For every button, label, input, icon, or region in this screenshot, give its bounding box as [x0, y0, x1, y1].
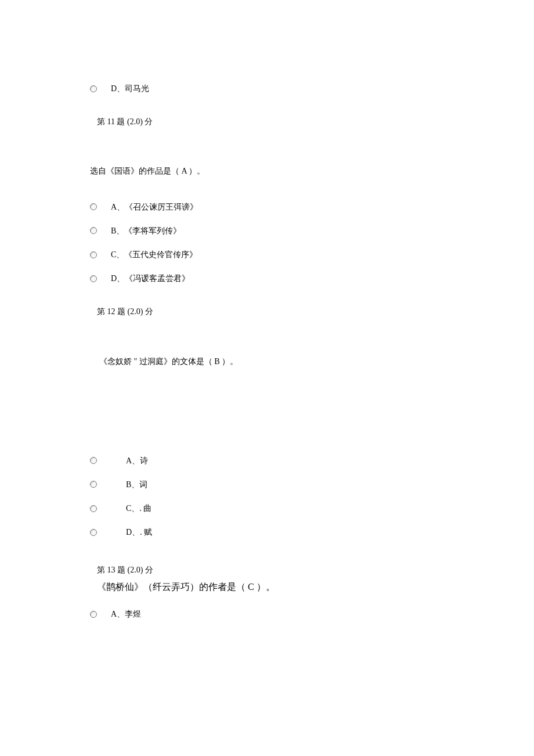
q13-header: 第 13 题 (2.0) 分: [97, 563, 476, 577]
option-text: A、李煜: [111, 607, 141, 621]
q13-stem: 《鹊桥仙》（纤云弄巧）的作者是（ C ）。: [97, 579, 476, 596]
spacer: [90, 390, 476, 453]
q12-stem: 《念奴娇 " 过洞庭》的文体是（ B ）。: [99, 354, 476, 369]
option-text: A、诗: [126, 453, 148, 468]
q13-option-a: A、李煜: [90, 607, 476, 621]
option-text: D、. 赋: [126, 525, 152, 539]
q12-option-a: A、诗: [90, 453, 476, 468]
q12-option-c: C、. 曲: [90, 501, 476, 516]
option-text: A、《召公谏厉王弭谤》: [111, 200, 198, 214]
option-text: D、《冯谖客孟尝君》: [111, 271, 190, 286]
q11-option-d: D、《冯谖客孟尝君》: [90, 271, 476, 286]
q12-header: 第 12 题 (2.0) 分: [97, 304, 476, 319]
q11-option-b: B、《李将军列传》: [90, 224, 476, 238]
radio-icon[interactable]: [90, 85, 97, 92]
option-text: C、《五代史伶官传序》: [111, 247, 197, 262]
radio-icon[interactable]: [90, 227, 97, 234]
q11-header: 第 11 题 (2.0) 分: [97, 114, 476, 129]
radio-icon[interactable]: [90, 251, 97, 258]
q12-option-d: D、. 赋: [90, 525, 476, 539]
radio-icon[interactable]: [90, 203, 97, 210]
radio-icon[interactable]: [90, 529, 97, 536]
q11-stem: 选自《国语》的作品是（ A ）。: [90, 164, 476, 178]
radio-icon[interactable]: [90, 505, 97, 512]
q12-option-b: B、词: [90, 477, 476, 492]
q11-option-c: C、《五代史伶官传序》: [90, 247, 476, 262]
option-text: B、词: [126, 477, 147, 492]
q10-option-d: D、司马光: [90, 81, 476, 96]
radio-icon[interactable]: [90, 275, 97, 282]
radio-icon[interactable]: [90, 457, 97, 464]
option-text: D、司马光: [111, 81, 149, 96]
option-text: C、. 曲: [126, 501, 151, 516]
radio-icon[interactable]: [90, 481, 97, 488]
option-text: B、《李将军列传》: [111, 224, 181, 238]
radio-icon[interactable]: [90, 611, 97, 618]
q11-option-a: A、《召公谏厉王弭谤》: [90, 200, 476, 214]
